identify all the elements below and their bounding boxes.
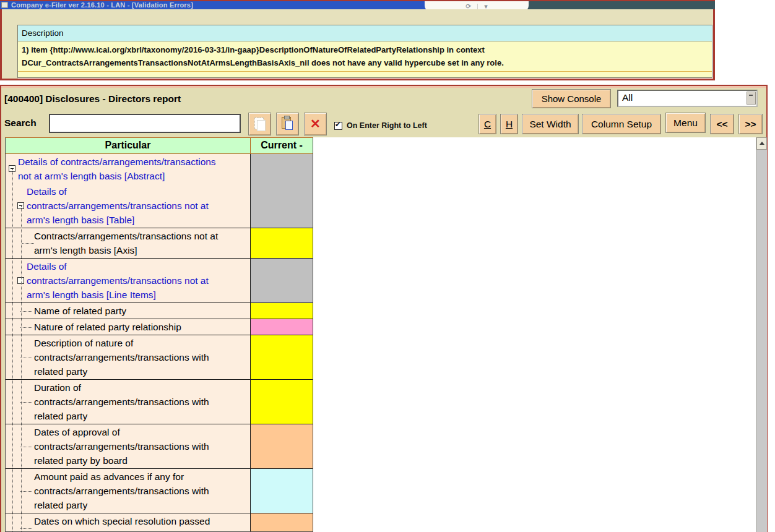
current-cell[interactable] — [251, 380, 313, 424]
current-cell[interactable] — [251, 469, 313, 513]
row-label: Name of related party — [34, 304, 249, 318]
search-label: Search — [4, 118, 37, 129]
error-text: 1) item {http://www.icai.org/xbrl/taxono… — [18, 41, 712, 69]
tree-leaf-dots — [20, 402, 32, 403]
current-cell[interactable] — [251, 259, 313, 302]
particular-cell: Details of contracts/arrangements/transa… — [6, 154, 251, 184]
delete-button[interactable]: ✕ — [304, 113, 327, 135]
column-header-particular: Particular — [6, 138, 251, 153]
next-button[interactable]: >> — [738, 114, 763, 134]
page-title: [400400] Disclosures - Directors report — [4, 93, 181, 105]
filter-select[interactable]: All — [617, 90, 758, 107]
row-label: Details of contracts/arrangements/transa… — [18, 155, 249, 183]
search-input[interactable] — [49, 114, 241, 133]
refresh-icon[interactable]: ⟳ — [465, 2, 471, 9]
validation-client-area: Description 1) item {http://www.icai.org… — [0, 9, 715, 80]
copy-button[interactable] — [248, 113, 271, 135]
particular-cell: Description of nature of contracts/arran… — [6, 335, 251, 379]
table-row[interactable]: Amount paid as advances if any for contr… — [6, 469, 313, 513]
filter-value: All — [622, 92, 633, 103]
current-cell[interactable] — [251, 154, 313, 184]
current-cell[interactable] — [251, 184, 313, 228]
copy-icon — [254, 118, 264, 129]
tree-leaf-dots — [20, 447, 32, 447]
particular-cell: Name of related party — [6, 303, 251, 319]
table-body: Details of contracts/arrangements/transa… — [6, 154, 313, 532]
table-row[interactable]: Details of contracts/arrangements/transa… — [6, 259, 313, 303]
current-cell[interactable] — [251, 513, 313, 532]
row-label: Duration of contracts/arrangements/trans… — [34, 380, 249, 423]
menu-button[interactable]: Menu — [665, 113, 706, 133]
table-row[interactable]: Name of related party — [6, 303, 313, 319]
dropdown-arrow-icon[interactable] — [747, 92, 756, 105]
disclosure-table: Particular Current - Details of contract… — [5, 137, 313, 532]
table-row[interactable]: Duration of contracts/arrangements/trans… — [6, 380, 313, 424]
tree-guide-line — [12, 169, 13, 532]
particular-cell: Dates on which special resolution passed… — [6, 513, 251, 532]
tree-leaf-dots — [20, 311, 32, 312]
set-width-button[interactable]: Set Width — [522, 114, 579, 134]
row-label: Dates of approval of contracts/arrangeme… — [34, 425, 249, 468]
divider — [477, 4, 478, 10]
app-icon — [1, 2, 8, 8]
paste-button[interactable] — [276, 113, 299, 135]
overlay-controls: ⟳ ▾ — [425, 1, 529, 9]
show-console-button[interactable]: Show Console — [532, 89, 611, 108]
disclosures-window: [400400] Disclosures - Directors report … — [0, 85, 768, 532]
tree-leaf-dots — [22, 243, 34, 244]
particular-cell: Duration of contracts/arrangements/trans… — [6, 380, 251, 424]
grid-empty-area — [313, 137, 756, 532]
current-cell[interactable] — [251, 424, 313, 468]
on-enter-label: On Enter Right to Left — [347, 121, 427, 130]
particular-cell: Details of contracts/arrangements/transa… — [6, 259, 251, 302]
column-header-current: Current - — [251, 138, 313, 153]
table-row[interactable]: Contracts/arrangements/transactions not … — [6, 228, 313, 259]
row-label: Description of nature of contracts/arran… — [34, 336, 249, 379]
screen: Company e-Filer ver 2.16.10 - LAN - [Val… — [0, 0, 775, 532]
row-label: Contracts/arrangements/transactions not … — [34, 229, 249, 257]
scrollbar-up-icon — [760, 142, 764, 145]
table-row[interactable]: Nature of related party relationship — [6, 319, 313, 335]
current-cell[interactable] — [251, 335, 313, 379]
row-label: Amount paid as advances if any for contr… — [34, 470, 249, 512]
tree-leaf-dots — [20, 528, 32, 529]
particular-cell: Details of contracts/arrangements/transa… — [6, 184, 251, 228]
table-row[interactable]: Details of contracts/arrangements/transa… — [6, 184, 313, 228]
row-label: Dates on which special resolution passed… — [34, 514, 249, 532]
row-label: Details of contracts/arrangements/transa… — [27, 184, 249, 227]
table-row[interactable]: Details of contracts/arrangements/transa… — [6, 154, 313, 184]
table-row[interactable]: Dates of approval of contracts/arrangeme… — [6, 424, 313, 469]
on-enter-checkbox[interactable]: ✔ — [334, 122, 342, 130]
table-row[interactable]: Dates on which special resolution passed… — [6, 513, 313, 532]
particular-cell: Dates of approval of contracts/arrangeme… — [6, 424, 251, 468]
row-label: Details of contracts/arrangements/transa… — [27, 259, 249, 302]
check-icon: ✔ — [335, 121, 340, 129]
particular-cell: Nature of related party relationship — [6, 319, 251, 335]
table-row[interactable]: Description of nature of contracts/arran… — [6, 335, 313, 380]
c-button[interactable]: C — [478, 114, 496, 134]
current-cell[interactable] — [251, 303, 313, 319]
table-header: Particular Current - — [6, 138, 313, 154]
paste-icon — [282, 117, 291, 129]
delete-icon: ✕ — [305, 113, 326, 135]
tree-leaf-dots — [20, 491, 32, 492]
particular-cell: Contracts/arrangements/transactions not … — [6, 228, 251, 258]
description-panel: Description 1) item {http://www.icai.org… — [17, 25, 712, 78]
column-setup-button[interactable]: Column Setup — [582, 114, 661, 134]
prev-button[interactable]: << — [710, 114, 734, 134]
particular-cell: Amount paid as advances if any for contr… — [6, 469, 251, 513]
validation-errors-window: Company e-Filer ver 2.16.10 - LAN - [Val… — [0, 0, 715, 80]
h-button[interactable]: H — [500, 114, 518, 134]
title-bar: Company e-Filer ver 2.16.10 - LAN - [Val… — [0, 0, 715, 9]
description-header: Description — [18, 25, 712, 41]
tree-leaf-dots — [20, 327, 32, 328]
current-cell[interactable] — [251, 319, 313, 335]
current-cell[interactable] — [251, 228, 313, 258]
tree-leaf-dots — [20, 358, 32, 358]
vertical-scrollbar[interactable] — [756, 137, 767, 532]
row-label: Nature of related party relationship — [34, 320, 249, 334]
scroll-up-button[interactable] — [756, 137, 767, 150]
window-title: Company e-Filer ver 2.16.10 - LAN - [Val… — [11, 1, 193, 9]
title-bar-overlap — [527, 1, 715, 9]
caret-down-icon[interactable]: ▾ — [484, 2, 488, 9]
